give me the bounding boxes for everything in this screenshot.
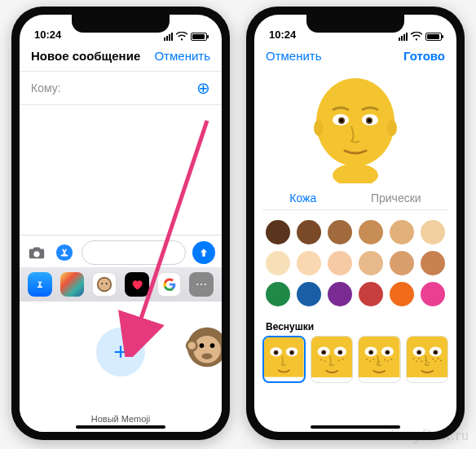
svg-point-33 [322, 351, 324, 354]
new-memoji-label: Новый Memoji [91, 414, 150, 424]
wifi-icon [176, 32, 187, 41]
to-label: Кому: [31, 81, 61, 95]
battery-icon [425, 33, 442, 41]
svg-point-52 [387, 360, 389, 362]
svg-point-40 [342, 359, 343, 360]
skin-swatch[interactable] [390, 220, 414, 244]
freckle-option[interactable] [406, 336, 448, 383]
done-button[interactable]: Готово [403, 49, 445, 63]
photos-app-icon[interactable] [60, 272, 85, 297]
freckle-option[interactable] [262, 336, 306, 383]
hearts-app-icon[interactable] [125, 272, 149, 297]
signal-icon [164, 33, 173, 41]
svg-point-3 [101, 283, 103, 284]
battery-icon [191, 33, 207, 41]
svg-point-17 [340, 119, 343, 122]
memoji-app-icon[interactable] [92, 272, 117, 297]
skin-swatch[interactable] [328, 282, 352, 306]
svg-point-66 [425, 360, 426, 362]
add-recipient-icon[interactable]: ⊕ [196, 78, 210, 98]
home-indicator[interactable] [311, 425, 400, 429]
svg-point-37 [320, 359, 322, 361]
cancel-button[interactable]: Отменить [154, 49, 210, 63]
phone-left: 10:24 Новое сообщение Отменить Кому: ⊕ [11, 7, 230, 440]
svg-rect-23 [264, 337, 304, 377]
svg-point-2 [99, 279, 111, 291]
svg-point-11 [201, 353, 212, 359]
tab-skin[interactable]: Кожа [289, 191, 316, 205]
imessage-app-strip[interactable]: ⋯ [20, 267, 222, 302]
svg-point-47 [386, 351, 389, 354]
message-input-bar [20, 235, 222, 270]
status-time: 10:24 [269, 29, 296, 41]
svg-point-26 [275, 351, 277, 354]
skin-swatch[interactable] [390, 282, 414, 306]
message-input[interactable] [82, 240, 186, 265]
app-store-app-icon[interactable] [28, 272, 52, 297]
svg-point-38 [324, 360, 326, 362]
svg-point-22 [387, 120, 397, 136]
svg-point-39 [337, 360, 339, 362]
notch [72, 15, 170, 33]
wifi-icon [411, 32, 422, 41]
home-indicator[interactable] [76, 425, 165, 429]
skin-swatch[interactable] [266, 220, 290, 244]
skin-swatch[interactable] [266, 282, 290, 306]
skin-swatch[interactable] [421, 251, 445, 275]
svg-point-67 [428, 362, 430, 363]
svg-point-65 [421, 360, 422, 362]
add-memoji-button[interactable]: + [96, 328, 145, 376]
svg-point-49 [370, 360, 372, 362]
skin-swatch[interactable] [297, 282, 321, 306]
svg-point-44 [370, 351, 372, 354]
freckle-option[interactable] [358, 336, 400, 383]
nav-bar: Новое сообщение Отменить [20, 42, 222, 69]
send-button[interactable] [192, 241, 215, 264]
skin-swatch[interactable] [297, 251, 321, 275]
svg-point-36 [338, 351, 341, 354]
svg-point-10 [210, 343, 215, 348]
svg-point-8 [188, 341, 196, 349]
svg-point-29 [291, 351, 293, 354]
tab-hair[interactable]: Прически [371, 191, 421, 205]
skin-swatch[interactable] [359, 251, 383, 275]
skin-swatch[interactable] [421, 282, 445, 306]
more-app-icon[interactable]: ⋯ [189, 272, 214, 297]
app-store-icon[interactable] [54, 244, 75, 262]
svg-point-48 [366, 359, 368, 360]
svg-rect-41 [359, 337, 399, 377]
svg-point-62 [412, 358, 414, 359]
cancel-button[interactable]: Отменить [266, 49, 322, 63]
memoji-preview [254, 69, 456, 183]
skin-swatch[interactable] [359, 220, 383, 244]
svg-point-58 [417, 351, 420, 354]
svg-rect-55 [407, 337, 447, 377]
svg-point-4 [106, 283, 108, 284]
freckle-option[interactable] [311, 336, 353, 383]
camera-icon[interactable] [26, 244, 47, 262]
freckles-options [254, 336, 456, 383]
google-app-icon[interactable] [157, 272, 182, 297]
skin-swatch[interactable] [390, 251, 414, 275]
skin-swatch[interactable] [266, 251, 290, 275]
svg-point-68 [432, 359, 434, 360]
notch [306, 15, 404, 33]
skin-swatch[interactable] [328, 251, 352, 275]
svg-point-20 [368, 119, 371, 122]
svg-point-14 [333, 164, 378, 183]
svg-point-61 [434, 351, 436, 354]
recipient-field[interactable]: Кому: ⊕ [20, 71, 222, 105]
nav-bar: Отменить Готово [254, 42, 456, 69]
phone-right: 10:24 Отменить Готово [246, 7, 465, 440]
skin-swatch[interactable] [297, 220, 321, 244]
category-tabs: Кожа Прически [262, 183, 448, 210]
svg-point-64 [418, 358, 420, 359]
svg-point-70 [437, 358, 439, 359]
svg-rect-30 [311, 337, 352, 377]
signal-icon [399, 33, 408, 41]
skin-swatch[interactable] [328, 220, 352, 244]
svg-point-51 [384, 359, 386, 361]
skin-swatch[interactable] [359, 282, 383, 306]
freckles-label: Веснушки [254, 316, 456, 336]
skin-swatch[interactable] [421, 220, 445, 244]
